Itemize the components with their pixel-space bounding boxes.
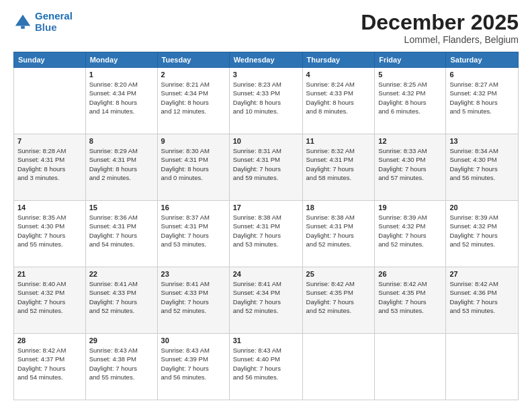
day-info: Sunrise: 8:34 AM Sunset: 4:30 PM Dayligh…: [449, 146, 515, 182]
day-number: 27: [449, 270, 515, 278]
day-number: 22: [89, 270, 154, 278]
calendar-cell: 6Sunrise: 8:27 AM Sunset: 4:32 PM Daylig…: [446, 68, 519, 134]
day-info: Sunrise: 8:42 AM Sunset: 4:35 PM Dayligh…: [378, 279, 442, 315]
day-info: Sunrise: 8:35 AM Sunset: 4:30 PM Dayligh…: [17, 213, 82, 248]
day-info: Sunrise: 8:42 AM Sunset: 4:37 PM Dayligh…: [17, 346, 82, 381]
day-info: Sunrise: 8:27 AM Sunset: 4:32 PM Dayligh…: [449, 80, 515, 116]
day-info: Sunrise: 8:36 AM Sunset: 4:31 PM Dayligh…: [89, 213, 154, 248]
day-info: Sunrise: 8:41 AM Sunset: 4:33 PM Dayligh…: [161, 279, 226, 315]
calendar-cell: 16Sunrise: 8:37 AM Sunset: 4:31 PM Dayli…: [157, 201, 229, 267]
day-number: 12: [378, 137, 442, 145]
logo-text: General Blue: [35, 11, 73, 33]
calendar-header-tuesday: Tuesday: [157, 52, 229, 68]
calendar-header-wednesday: Wednesday: [229, 52, 302, 68]
day-info: Sunrise: 8:38 AM Sunset: 4:31 PM Dayligh…: [233, 213, 299, 248]
calendar-cell: 3Sunrise: 8:23 AM Sunset: 4:33 PM Daylig…: [229, 68, 302, 134]
day-number: 18: [306, 203, 371, 212]
day-number: 11: [306, 137, 371, 145]
calendar-cell: 28Sunrise: 8:42 AM Sunset: 4:37 PM Dayli…: [14, 334, 86, 400]
day-number: 9: [161, 137, 226, 145]
calendar-cell: 17Sunrise: 8:38 AM Sunset: 4:31 PM Dayli…: [229, 201, 302, 267]
day-number: 20: [449, 203, 515, 212]
day-info: Sunrise: 8:38 AM Sunset: 4:31 PM Dayligh…: [306, 213, 371, 248]
day-number: 4: [306, 71, 371, 79]
svg-marker-0: [15, 14, 30, 26]
calendar-cell: 26Sunrise: 8:42 AM Sunset: 4:35 PM Dayli…: [375, 267, 446, 334]
day-number: 5: [378, 71, 442, 79]
logo: General Blue: [13, 11, 73, 33]
day-number: 1: [89, 71, 154, 79]
day-number: 31: [233, 336, 299, 345]
calendar-cell: 1Sunrise: 8:20 AM Sunset: 4:34 PM Daylig…: [85, 68, 157, 134]
calendar-cell: 8Sunrise: 8:29 AM Sunset: 4:31 PM Daylig…: [85, 134, 157, 201]
calendar-cell: 25Sunrise: 8:42 AM Sunset: 4:35 PM Dayli…: [302, 267, 375, 334]
day-info: Sunrise: 8:25 AM Sunset: 4:32 PM Dayligh…: [378, 80, 442, 116]
day-number: 6: [449, 71, 515, 79]
calendar-week-5: 28Sunrise: 8:42 AM Sunset: 4:37 PM Dayli…: [14, 334, 519, 400]
day-info: Sunrise: 8:32 AM Sunset: 4:31 PM Dayligh…: [306, 146, 371, 182]
header: General Blue December 2025 Lommel, Fland…: [13, 11, 519, 45]
calendar-cell: 9Sunrise: 8:30 AM Sunset: 4:31 PM Daylig…: [157, 134, 229, 201]
calendar-header-saturday: Saturday: [446, 52, 519, 68]
calendar-cell: 4Sunrise: 8:24 AM Sunset: 4:33 PM Daylig…: [302, 68, 375, 134]
day-info: Sunrise: 8:39 AM Sunset: 4:32 PM Dayligh…: [378, 213, 442, 248]
svg-rect-1: [21, 26, 25, 28]
calendar-cell: 14Sunrise: 8:35 AM Sunset: 4:30 PM Dayli…: [14, 201, 86, 267]
day-info: Sunrise: 8:43 AM Sunset: 4:38 PM Dayligh…: [89, 346, 154, 381]
calendar-week-2: 7Sunrise: 8:28 AM Sunset: 4:31 PM Daylig…: [14, 134, 519, 201]
day-info: Sunrise: 8:43 AM Sunset: 4:40 PM Dayligh…: [233, 346, 299, 381]
day-number: 13: [449, 137, 515, 145]
page: General Blue December 2025 Lommel, Fland…: [0, 0, 532, 411]
month-title: December 2025: [361, 11, 519, 34]
calendar-cell: 15Sunrise: 8:36 AM Sunset: 4:31 PM Dayli…: [85, 201, 157, 267]
calendar-cell: 20Sunrise: 8:39 AM Sunset: 4:32 PM Dayli…: [446, 201, 519, 267]
calendar-header-thursday: Thursday: [302, 52, 375, 68]
day-number: 10: [233, 137, 299, 145]
day-number: 28: [17, 336, 82, 345]
day-info: Sunrise: 8:41 AM Sunset: 4:34 PM Dayligh…: [233, 279, 299, 315]
day-number: 7: [17, 137, 82, 145]
day-number: 19: [378, 203, 442, 212]
calendar-cell: 24Sunrise: 8:41 AM Sunset: 4:34 PM Dayli…: [229, 267, 302, 334]
day-number: 30: [161, 336, 226, 345]
day-info: Sunrise: 8:20 AM Sunset: 4:34 PM Dayligh…: [89, 80, 154, 116]
calendar-header-sunday: Sunday: [14, 52, 86, 68]
calendar-cell: 7Sunrise: 8:28 AM Sunset: 4:31 PM Daylig…: [14, 134, 86, 201]
day-info: Sunrise: 8:41 AM Sunset: 4:33 PM Dayligh…: [89, 279, 154, 315]
day-number: 23: [161, 270, 226, 278]
logo-line2: Blue: [35, 21, 57, 33]
day-number: 3: [233, 71, 299, 79]
calendar-cell: 11Sunrise: 8:32 AM Sunset: 4:31 PM Dayli…: [302, 134, 375, 201]
calendar-cell: 10Sunrise: 8:31 AM Sunset: 4:31 PM Dayli…: [229, 134, 302, 201]
day-number: 26: [378, 270, 442, 278]
day-number: 16: [161, 203, 226, 212]
calendar-cell: 21Sunrise: 8:40 AM Sunset: 4:32 PM Dayli…: [14, 267, 86, 334]
day-info: Sunrise: 8:39 AM Sunset: 4:32 PM Dayligh…: [449, 213, 515, 248]
calendar-cell: 30Sunrise: 8:43 AM Sunset: 4:39 PM Dayli…: [157, 334, 229, 400]
day-info: Sunrise: 8:31 AM Sunset: 4:31 PM Dayligh…: [233, 146, 299, 182]
calendar-cell: 29Sunrise: 8:43 AM Sunset: 4:38 PM Dayli…: [85, 334, 157, 400]
calendar-week-3: 14Sunrise: 8:35 AM Sunset: 4:30 PM Dayli…: [14, 201, 519, 267]
logo-icon: [13, 13, 32, 32]
calendar-cell: 31Sunrise: 8:43 AM Sunset: 4:40 PM Dayli…: [229, 334, 302, 400]
day-number: 29: [89, 336, 154, 345]
location: Lommel, Flanders, Belgium: [361, 34, 519, 45]
calendar-header-row: SundayMondayTuesdayWednesdayThursdayFrid…: [14, 52, 519, 68]
day-info: Sunrise: 8:30 AM Sunset: 4:31 PM Dayligh…: [161, 146, 226, 182]
day-number: 15: [89, 203, 154, 212]
day-info: Sunrise: 8:40 AM Sunset: 4:32 PM Dayligh…: [17, 279, 82, 315]
logo-line1: General: [35, 10, 73, 21]
day-info: Sunrise: 8:29 AM Sunset: 4:31 PM Dayligh…: [89, 146, 154, 182]
calendar-cell: 19Sunrise: 8:39 AM Sunset: 4:32 PM Dayli…: [375, 201, 446, 267]
calendar-cell: 2Sunrise: 8:21 AM Sunset: 4:34 PM Daylig…: [157, 68, 229, 134]
day-info: Sunrise: 8:23 AM Sunset: 4:33 PM Dayligh…: [233, 80, 299, 116]
day-info: Sunrise: 8:24 AM Sunset: 4:33 PM Dayligh…: [306, 80, 371, 116]
day-info: Sunrise: 8:42 AM Sunset: 4:35 PM Dayligh…: [306, 279, 371, 315]
day-info: Sunrise: 8:33 AM Sunset: 4:30 PM Dayligh…: [378, 146, 442, 182]
calendar-header-friday: Friday: [375, 52, 446, 68]
day-number: 14: [17, 203, 82, 212]
calendar-cell: 23Sunrise: 8:41 AM Sunset: 4:33 PM Dayli…: [157, 267, 229, 334]
calendar-cell: 12Sunrise: 8:33 AM Sunset: 4:30 PM Dayli…: [375, 134, 446, 201]
calendar-week-1: 1Sunrise: 8:20 AM Sunset: 4:34 PM Daylig…: [14, 68, 519, 134]
calendar-header-monday: Monday: [85, 52, 157, 68]
